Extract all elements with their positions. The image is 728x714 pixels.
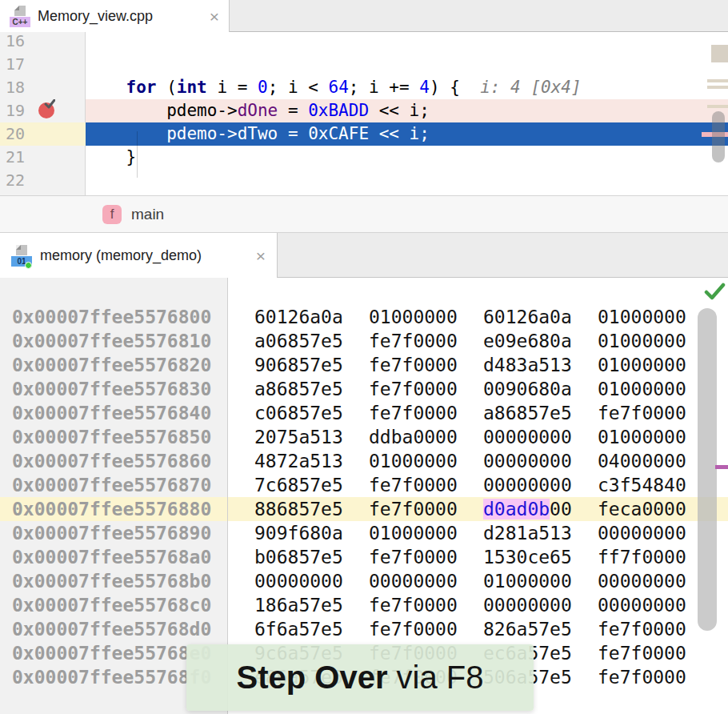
memory-row[interactable]: 2075a513ddba00000000000001000000 [228, 425, 728, 449]
memory-cell[interactable]: 00000000 [483, 473, 598, 497]
memory-cell[interactable]: fe7f0000 [598, 665, 712, 689]
code-line[interactable]: 17 [0, 53, 728, 76]
memory-cell[interactable]: 6f6a57e5 [254, 617, 369, 641]
memory-cell[interactable]: 00000000 [369, 569, 483, 593]
editor-scrollbar-thumb[interactable] [712, 111, 725, 162]
memory-cell[interactable]: fe7f0000 [369, 377, 483, 401]
memory-row[interactable]: 186a57e5fe7f00000000000000000000 [228, 593, 728, 617]
code-line[interactable]: 19 pdemo->dOne = 0xBADD << i; [0, 99, 728, 122]
memory-row[interactable]: 4872a513010000000000000004000000 [228, 449, 728, 473]
memory-address[interactable]: 0x00007ffee5576870 [0, 473, 227, 497]
memory-row[interactable]: 886857e5fe7f0000d0ad0b00feca0000 [228, 497, 728, 521]
memory-cell[interactable]: 01000000 [369, 521, 483, 545]
close-icon[interactable]: × [256, 247, 266, 264]
memory-cell[interactable]: 00000000 [483, 425, 598, 449]
memory-address[interactable]: 0x00007ffee55768d0 [0, 617, 227, 641]
memory-cell[interactable]: ff7f0000 [598, 545, 712, 569]
memory-cell[interactable]: 01000000 [483, 569, 598, 593]
memory-cell[interactable]: 4872a513 [254, 449, 369, 473]
memory-address[interactable]: 0x00007ffee5576820 [0, 353, 227, 377]
memory-cell[interactable]: 00000000 [254, 569, 369, 593]
memory-cell[interactable]: fe7f0000 [369, 497, 483, 521]
memory-cell[interactable]: 01000000 [598, 377, 712, 401]
memory-cell[interactable]: 886857e5 [254, 497, 369, 521]
memory-cell[interactable]: 01000000 [369, 305, 483, 329]
memory-row[interactable]: b06857e5fe7f00001530ce65ff7f0000 [228, 545, 728, 569]
memory-cell[interactable]: 01000000 [598, 329, 712, 353]
memory-cell[interactable]: fe7f0000 [598, 401, 712, 425]
memory-cell[interactable]: ddba0000 [369, 425, 483, 449]
close-icon[interactable]: × [210, 8, 219, 25]
memory-address[interactable]: 0x00007ffee5576840 [0, 401, 227, 425]
memory-cell[interactable]: 0090680a [483, 377, 598, 401]
memory-cell[interactable]: 01000000 [598, 305, 712, 329]
memory-row[interactable]: 906857e5fe7f0000d483a51301000000 [228, 353, 728, 377]
memory-cell[interactable]: fe7f0000 [369, 593, 483, 617]
memory-row[interactable]: 909f680a01000000d281a51300000000 [228, 521, 728, 545]
memory-address[interactable]: 0x00007ffee5576890 [0, 521, 227, 545]
tab-memory-demo[interactable]: 01 memory (memory_demo) × [0, 233, 278, 278]
memory-cell[interactable]: 906857e5 [254, 353, 369, 377]
gutter-cell[interactable]: 18 [0, 76, 86, 99]
memory-cell[interactable]: 60126a0a [483, 305, 598, 329]
memory-cell[interactable]: fe7f0000 [369, 329, 483, 353]
code-line[interactable]: 18 for (int i = 0; i < 64; i += 4) { i: … [0, 76, 728, 99]
gutter-cell[interactable]: 21 [0, 146, 86, 169]
code-line[interactable]: 20 pdemo->dTwo = 0xCAFE << i; [0, 122, 728, 146]
memory-address[interactable]: 0x00007ffee55768a0 [0, 545, 227, 569]
memory-scrollbar-thumb[interactable] [698, 308, 717, 631]
breakpoint-icon[interactable] [38, 102, 54, 118]
memory-address[interactable]: 0x00007ffee55768b0 [0, 569, 227, 593]
code-editor[interactable]: 161718 for (int i = 0; i < 64; i += 4) {… [0, 32, 728, 196]
memory-cell[interactable]: e09e680a [483, 329, 598, 353]
memory-cell[interactable]: b06857e5 [254, 545, 369, 569]
memory-cell[interactable]: a86857e5 [483, 401, 598, 425]
memory-cell[interactable]: 2075a513 [254, 425, 369, 449]
memory-row[interactable]: c06857e5fe7f0000a86857e5fe7f0000 [228, 401, 728, 425]
memory-cell[interactable]: fe7f0000 [598, 641, 712, 665]
memory-address[interactable]: 0x00007ffee55768c0 [0, 593, 227, 617]
memory-cell[interactable]: d483a513 [483, 353, 598, 377]
memory-cell[interactable]: 60126a0a [254, 305, 369, 329]
memory-cell[interactable]: fe7f0000 [369, 353, 483, 377]
memory-cell[interactable]: 909f680a [254, 521, 369, 545]
memory-cell[interactable]: 00000000 [483, 593, 598, 617]
memory-cell[interactable]: d0ad0b00 [483, 497, 598, 521]
memory-cell[interactable]: 186a57e5 [254, 593, 369, 617]
memory-cell[interactable]: fe7f0000 [598, 617, 712, 641]
memory-address[interactable]: 0x00007ffee5576860 [0, 449, 227, 473]
gutter-cell[interactable]: 17 [0, 53, 86, 76]
memory-cell[interactable]: 01000000 [598, 353, 712, 377]
memory-cell[interactable]: 7c6857e5 [254, 473, 369, 497]
memory-cell[interactable]: c06857e5 [254, 401, 369, 425]
memory-row[interactable]: 60126a0a0100000060126a0a01000000 [228, 305, 728, 329]
gutter-cell[interactable]: 22 [0, 169, 86, 192]
code-line[interactable]: 22 [0, 169, 728, 192]
memory-cell[interactable]: 01000000 [598, 425, 712, 449]
memory-cell[interactable]: d281a513 [483, 521, 598, 545]
memory-address[interactable]: 0x00007ffee5576810 [0, 329, 227, 353]
memory-cell[interactable]: 00000000 [483, 449, 598, 473]
memory-address[interactable]: 0x00007ffee5576850 [0, 425, 227, 449]
memory-row[interactable]: a06857e5fe7f0000e09e680a01000000 [228, 329, 728, 353]
memory-cell[interactable]: feca0000 [598, 497, 712, 521]
memory-cell[interactable]: fe7f0000 [369, 545, 483, 569]
memory-row[interactable]: 7c6857e5fe7f000000000000c3f54840 [228, 473, 728, 497]
memory-cell[interactable]: 00000000 [598, 521, 712, 545]
memory-row[interactable]: a86857e5fe7f00000090680a01000000 [228, 377, 728, 401]
function-name[interactable]: main [131, 206, 164, 223]
memory-address[interactable]: 0x00007ffee5576830 [0, 377, 227, 401]
memory-cell[interactable]: 826a57e5 [483, 617, 598, 641]
code-line[interactable]: 21 } [0, 146, 728, 169]
tab-memory-view-cpp[interactable]: C++ Memory_view.cpp × [0, 0, 230, 32]
memory-address[interactable]: 0x00007ffee5576800 [0, 305, 227, 329]
gutter-cell[interactable]: 20 [0, 122, 86, 146]
memory-cell[interactable]: fe7f0000 [369, 473, 483, 497]
memory-cell[interactable]: 04000000 [598, 449, 712, 473]
memory-row[interactable]: 00000000000000000100000000000000 [228, 569, 728, 593]
memory-cell[interactable]: a86857e5 [254, 377, 369, 401]
memory-row[interactable]: 6f6a57e5fe7f0000826a57e5fe7f0000 [228, 617, 728, 641]
memory-cell[interactable]: c3f54840 [598, 473, 712, 497]
memory-cell[interactable]: 01000000 [369, 449, 483, 473]
memory-cell[interactable]: fe7f0000 [369, 617, 483, 641]
